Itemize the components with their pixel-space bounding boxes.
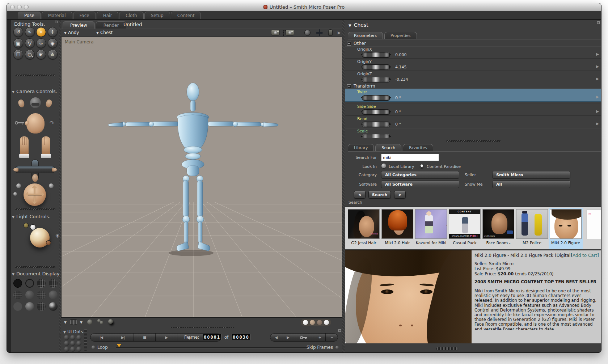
param-value[interactable]: 4.145	[395, 65, 407, 69]
first-frame-button[interactable]: |◀	[90, 334, 112, 341]
tab-setup[interactable]: Setup	[144, 12, 170, 19]
result-thumbnail-miki-hair[interactable]: Miki 2.0 Hair	[381, 209, 413, 248]
camera-view-icon[interactable]	[271, 30, 280, 35]
figure-select-menu[interactable]: ▼Andy	[64, 30, 79, 35]
param-menu-arrow[interactable]: ▶	[596, 64, 599, 68]
panel-divider[interactable]	[446, 140, 501, 142]
camera-left-hand-icon[interactable]	[17, 99, 26, 108]
style-white-ball[interactable]	[303, 320, 308, 325]
style-brown-ball[interactable]	[317, 320, 322, 325]
local-library-radio-label[interactable]: Local Library	[389, 164, 414, 169]
light-2-indicator[interactable]	[30, 224, 36, 230]
resize-grip[interactable]	[436, 347, 458, 350]
param-value[interactable]: 0.000	[395, 52, 407, 57]
param-menu-arrow[interactable]: ▶	[596, 52, 599, 56]
tab-pose[interactable]: Pose	[18, 12, 41, 19]
param-value[interactable]: 0 °	[395, 96, 401, 100]
toolbar-overflow-arrow[interactable]: ▶	[338, 30, 341, 35]
tracking-ball-icon[interactable]	[87, 319, 92, 325]
flyaround-camera-icon[interactable]	[30, 97, 41, 108]
panel-widget-icon[interactable]	[338, 329, 341, 332]
camera-select-ball-left[interactable]	[16, 183, 21, 188]
translate-in-out-tool-icon[interactable]: ↕	[48, 27, 58, 37]
panel-widget-icon[interactable]	[597, 21, 600, 24]
loop-toggle[interactable]	[92, 346, 95, 349]
next-page-button[interactable]: >	[394, 191, 406, 199]
grouping-tool-icon[interactable]: ☐	[13, 50, 23, 59]
result-thumbnail-kazumi[interactable]: Kazumi Kazumi for Miki	[415, 209, 447, 248]
move-cross-icon[interactable]	[316, 29, 323, 36]
light-1-indicator[interactable]	[24, 223, 29, 228]
ui-dot-10[interactable]	[64, 352, 69, 353]
stop-button[interactable]: ■	[134, 334, 156, 341]
result-thumbnail-partial[interactable]: m	[587, 209, 601, 239]
add-keyframe-button[interactable]: +	[314, 334, 326, 341]
play-button[interactable]: ▶	[156, 334, 177, 341]
result-thumbnail-casual-pack[interactable]: CONTENT CASUAL CLOTHES MIKI Casual Pack	[449, 209, 481, 248]
morphing-tool-icon[interactable]: ☛	[36, 50, 46, 59]
tab-material[interactable]: Material	[42, 12, 72, 19]
software-dropdown[interactable]: All Software	[381, 181, 459, 188]
display-flat-shaded-icon[interactable]	[25, 291, 34, 299]
section-divider[interactable]	[15, 266, 55, 268]
display-wireframe-icon[interactable]	[37, 279, 46, 288]
tab-library[interactable]: Library	[348, 144, 374, 151]
add-to-cart-link[interactable]: [Add to Cart]	[571, 253, 599, 258]
camera-select-ball-small[interactable]	[13, 192, 17, 196]
view-magnifier-tool-icon[interactable]: ○	[25, 50, 35, 59]
group-other[interactable]: −Other	[347, 41, 366, 46]
originx-dial[interactable]	[359, 52, 393, 58]
chevron-down-icon[interactable]: ▼	[64, 321, 67, 324]
current-frame-counter[interactable]: 00001	[203, 334, 221, 340]
hand-tool-icon[interactable]	[328, 29, 333, 36]
display-silhouette-icon[interactable]	[13, 279, 22, 288]
camera-rotate-arrow-icon[interactable]: ↷	[50, 120, 54, 126]
param-row-originy[interactable]: OriginY 4.145 ▶	[345, 58, 601, 71]
display-lit-wireframe-icon[interactable]	[13, 291, 22, 299]
style-light-ball[interactable]	[324, 320, 329, 325]
tab-cloth[interactable]: Cloth	[119, 12, 143, 19]
param-row-side-side[interactable]: Side-Side 0 ° ▶	[345, 103, 601, 115]
tab-face[interactable]: Face	[73, 12, 96, 19]
content-paradise-radio[interactable]	[419, 164, 424, 168]
camera-right-hand-icon[interactable]	[45, 99, 53, 108]
prev-key-button[interactable]: ◀	[270, 334, 282, 341]
tab-preview[interactable]: Preview	[63, 21, 95, 29]
tracking-multi-ball-icon-2[interactable]	[100, 321, 103, 324]
selected-actor-header[interactable]: ▼Chest	[349, 22, 368, 28]
viewport[interactable]: Main Camera	[61, 37, 342, 317]
param-row-scale[interactable]: Scale	[345, 128, 601, 138]
param-row-originx[interactable]: OriginX 0.000 ▶	[345, 46, 601, 58]
rotate-tool-icon[interactable]: ↺	[13, 27, 23, 37]
left-hand-camera-icon[interactable]	[20, 136, 29, 155]
taper-tool-icon[interactable]: ⋁	[25, 38, 35, 48]
camera-dolly-horizontal-bar[interactable]	[15, 166, 55, 173]
chevron-down-icon[interactable]: ▼	[80, 321, 83, 324]
camera-flyaround-icon[interactable]	[286, 30, 294, 35]
param-menu-arrow[interactable]: ▶	[596, 122, 599, 126]
actor-select-menu[interactable]: ▼Chest	[96, 30, 113, 35]
param-menu-arrow[interactable]: ▶	[596, 109, 599, 113]
document-display-header[interactable]: ▼Document Display	[12, 271, 59, 276]
shadow-toggle-icon[interactable]	[108, 319, 113, 324]
display-outline-icon[interactable]	[25, 279, 34, 288]
param-value[interactable]: 0 °	[395, 110, 401, 114]
color-tool-icon[interactable]: ◉	[48, 38, 58, 48]
panel-resize-divider[interactable]	[342, 20, 345, 352]
chain-break-tool-icon[interactable]: ∞	[36, 38, 46, 48]
param-row-bend[interactable]: Bend 0 ° ▶	[345, 115, 601, 128]
tab-search[interactable]: Search	[375, 144, 401, 151]
search-button[interactable]: Search	[368, 191, 391, 199]
last-frame-button[interactable]: ▶|	[112, 334, 134, 341]
search-input[interactable]	[381, 154, 439, 161]
light-3-indicator[interactable]	[46, 240, 51, 245]
next-key-button[interactable]: ▶	[282, 334, 294, 341]
group-transform[interactable]: −Transform	[347, 84, 375, 89]
result-thumbnail-g2-jessi-hair[interactable]: mielko G2 Jessi Hair	[348, 209, 380, 248]
collapse-icon[interactable]: −	[347, 84, 351, 88]
content-paradise-radio-label[interactable]: Content Paradise	[427, 164, 461, 169]
total-frames-counter[interactable]: 00030	[232, 334, 250, 340]
bend-dial[interactable]	[359, 122, 393, 127]
result-thumbnail-face-room[interactable]: smithmicro Face Room -	[482, 209, 514, 248]
display-smooth-shaded-icon[interactable]	[13, 302, 22, 311]
